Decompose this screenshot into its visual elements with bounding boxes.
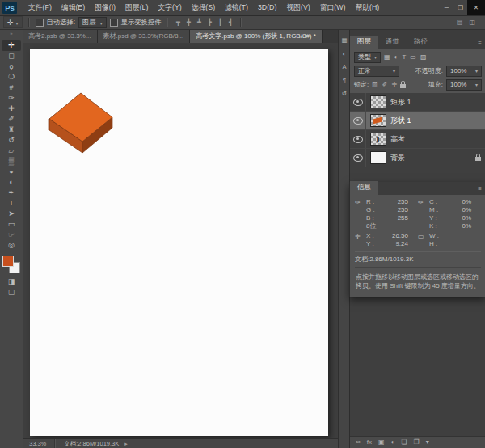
menu-item[interactable]: 视图(V) (281, 0, 314, 15)
menu-item[interactable]: 选择(S) (187, 0, 220, 15)
history-panel-icon[interactable]: ↺ (342, 91, 347, 97)
brush-tool[interactable]: ✐ (2, 114, 21, 125)
panel-tab[interactable]: 通道 (378, 36, 407, 49)
layer-row[interactable]: 背景 (350, 149, 485, 167)
lock-image-pixels-icon[interactable]: ✐ (382, 82, 388, 88)
adjustments-panel-icon[interactable]: ◐ (343, 51, 347, 57)
document-canvas[interactable] (30, 49, 328, 436)
dodge-tool[interactable]: ◐ (2, 177, 21, 188)
menu-item[interactable]: 3D(D) (253, 0, 281, 15)
shape-tool[interactable]: ▭ (2, 219, 21, 230)
crop-tool[interactable]: # (2, 82, 21, 93)
quick-mask-icon[interactable]: ◨ (2, 277, 21, 287)
hand-tool[interactable]: ☞ (2, 230, 21, 240)
menu-item[interactable]: 窗口(W) (315, 0, 351, 15)
link-layers-icon[interactable]: ∞ (356, 439, 361, 446)
filter-smart-objects-icon[interactable]: ▨ (420, 54, 427, 61)
menu-item[interactable]: 图像(I) (90, 0, 120, 15)
filter-shape-layers-icon[interactable]: ▭ (410, 54, 416, 61)
status-menu-icon[interactable]: ▸ (124, 441, 128, 447)
align-left-edges-icon[interactable]: ┣ (205, 19, 213, 26)
healing-brush-tool[interactable]: ✚ (2, 104, 21, 114)
pen-tool[interactable]: ✒ (2, 188, 21, 198)
menu-item[interactable]: 滤镜(T) (220, 0, 253, 15)
workspace-icon[interactable]: ◫ (469, 19, 475, 26)
menu-item[interactable]: 帮助(H) (350, 0, 384, 15)
lock-transparent-pixels-icon[interactable]: ▨ (372, 82, 378, 88)
menu-item[interactable]: 图层(L) (120, 0, 153, 15)
zoom-tool[interactable]: ◎ (2, 240, 21, 251)
cmyk-readout: ✑ C : 0% M : 0% (418, 198, 481, 230)
delete-layer-icon[interactable]: ▾ (426, 439, 429, 446)
lock-position-icon[interactable]: ✛ (392, 82, 398, 88)
lock-icons: ▨ ✐ ✛ (372, 82, 397, 88)
restore-button[interactable]: ❐ (453, 0, 467, 15)
new-adjustment-layer-icon[interactable]: ◐ (391, 439, 395, 446)
new-group-icon[interactable]: ❏ (401, 439, 407, 446)
menu-item[interactable]: 文件(F) (23, 0, 57, 15)
blur-tool[interactable]: ◒ (2, 167, 21, 177)
fill-dropdown[interactable]: 100% (446, 79, 482, 91)
new-layer-icon[interactable]: ❐ (414, 439, 420, 446)
type-tool[interactable]: T (2, 198, 21, 209)
panel-menu-icon[interactable]: ≡ (474, 40, 485, 49)
marquee-tool[interactable]: ◻ (2, 51, 21, 61)
quick-selection-tool[interactable]: ❍ (2, 72, 21, 82)
paragraph-panel-icon[interactable]: ¶ (343, 78, 346, 84)
panel-menu-icon[interactable]: ≡ (474, 185, 485, 195)
filter-type-dropdown[interactable]: 类型 (354, 52, 381, 63)
align-bottom-edges-icon[interactable]: ┻ (195, 19, 203, 26)
filter-type-layers-icon[interactable]: T (402, 54, 406, 61)
panel-tab[interactable]: 图层 (350, 36, 378, 49)
document-tab[interactable]: 素材.psd @ 33.3%(RGB/8... (98, 29, 191, 43)
close-button[interactable]: ✕ (467, 0, 485, 15)
orange-shape[interactable] (47, 91, 115, 157)
gradient-tool[interactable]: ▒ (2, 156, 21, 167)
panel-tab-info[interactable]: 信息 (350, 181, 378, 195)
lasso-tool[interactable]: ϙ (2, 61, 21, 72)
clone-stamp-tool[interactable]: ♜ (2, 125, 21, 135)
align-vertical-centers-icon[interactable]: ╋ (184, 19, 192, 26)
layer-thumbnail (370, 95, 386, 108)
document-tab[interactable]: 高考2.psb @ 33.3%... (23, 29, 98, 43)
character-panel-icon[interactable]: A (342, 64, 346, 70)
minimize-button[interactable]: ─ (440, 0, 453, 15)
panel-tab[interactable]: 路径 (407, 36, 435, 49)
layer-row[interactable]: 高考 (350, 130, 485, 149)
filter-adjustment-layers-icon[interactable]: ◐ (394, 54, 399, 61)
align-right-edges-icon[interactable]: ┫ (226, 19, 234, 26)
auto-select-checkbox[interactable] (36, 19, 44, 27)
show-transform-checkbox[interactable] (110, 19, 118, 27)
zoom-level-field[interactable]: 33.3% (29, 440, 46, 447)
move-tool[interactable]: ✛ (2, 40, 21, 51)
visibility-toggle[interactable] (350, 93, 366, 111)
history-brush-tool[interactable]: ↺ (2, 135, 21, 146)
visibility-toggle[interactable] (350, 112, 366, 129)
align-horizontal-centers-icon[interactable]: ┃ (216, 19, 224, 26)
layer-row[interactable]: 矩形 1 (350, 93, 485, 112)
eraser-tool[interactable]: ▱ (2, 146, 21, 156)
menu-item[interactable]: 文字(Y) (153, 0, 186, 15)
document-tab[interactable]: 高考文字.psb @ 100% (形状 1, RGB/8#) * (190, 29, 323, 43)
add-layer-mask-icon[interactable]: ▣ (378, 439, 385, 446)
path-selection-tool[interactable]: ➤ (2, 209, 21, 219)
tool-preset-picker[interactable]: ✛ (3, 16, 23, 28)
foreground-color-swatch[interactable] (2, 256, 14, 267)
eyedropper-tool[interactable]: ✑ (2, 93, 21, 104)
visibility-toggle[interactable] (350, 130, 366, 148)
blend-mode-dropdown[interactable]: 正常 (354, 66, 399, 77)
lock-all-icon[interactable] (400, 84, 406, 88)
menu-item[interactable]: 编辑(E) (57, 0, 90, 15)
tool-icon: ✑ (8, 95, 15, 102)
toolbar-collapse-icon[interactable]: » (0, 31, 23, 36)
visibility-toggle[interactable] (350, 149, 366, 167)
filter-pixel-layers-icon[interactable]: ▦ (384, 54, 390, 61)
auto-select-target-dropdown[interactable]: 图层 (78, 17, 107, 28)
align-top-edges-icon[interactable]: ┳ (174, 19, 182, 26)
layer-style-icon[interactable]: fx (367, 439, 372, 446)
swatches-panel-icon[interactable]: ▦ (341, 37, 347, 44)
screen-mode-tool-icon[interactable]: ▢ (2, 287, 21, 298)
opacity-dropdown[interactable]: 100% (446, 66, 482, 77)
layer-row[interactable]: 形状 1 (350, 112, 485, 130)
arrange-documents-icon[interactable]: ▤ (457, 19, 463, 26)
